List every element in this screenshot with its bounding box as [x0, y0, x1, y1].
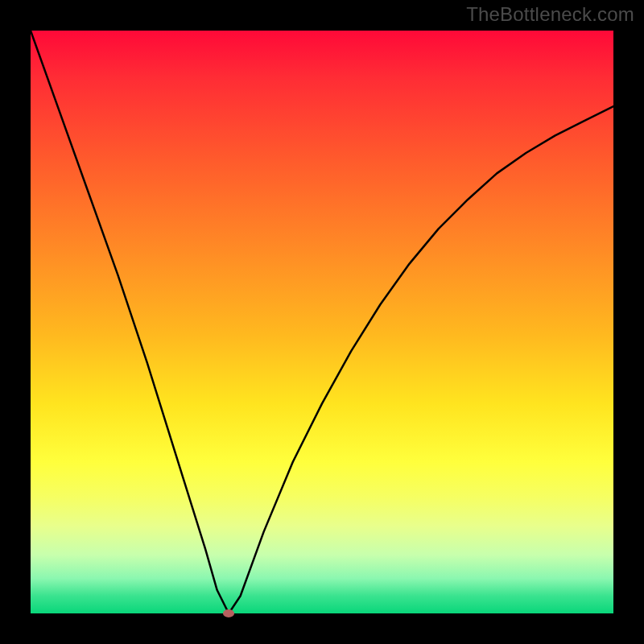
curve-vertex-marker	[223, 609, 234, 617]
chart-stage: TheBottleneck.com	[0, 0, 644, 644]
watermark-text: TheBottleneck.com	[466, 3, 634, 26]
plot-area	[31, 31, 613, 613]
bottleneck-curve	[31, 31, 613, 613]
